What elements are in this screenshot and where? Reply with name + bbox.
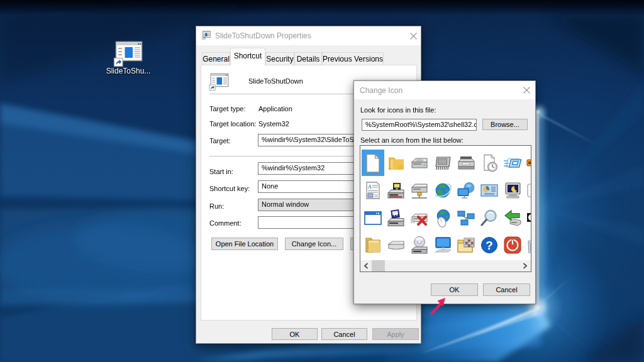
svg-text:A: A (367, 184, 372, 190)
svg-text:?: ? (486, 239, 493, 252)
